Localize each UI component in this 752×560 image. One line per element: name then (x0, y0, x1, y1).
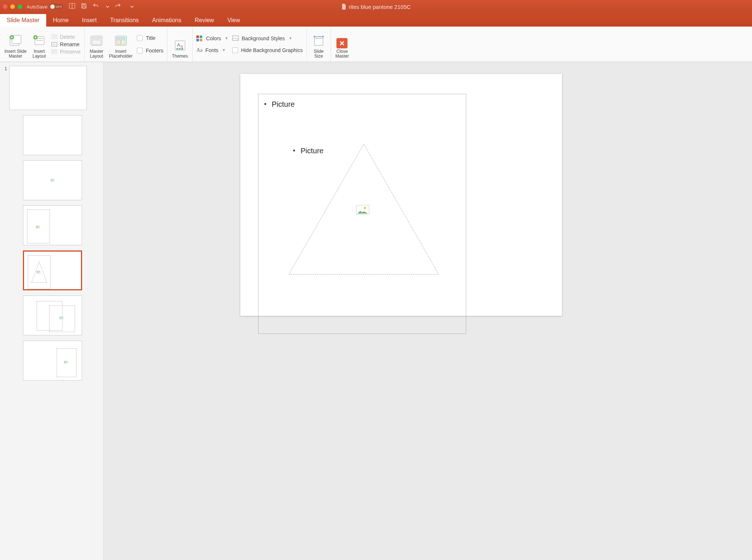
colors-dropdown[interactable]: Colors ▼ (196, 35, 228, 41)
fonts-icon: Aa (196, 47, 202, 53)
svg-rect-20 (116, 40, 121, 44)
tab-view[interactable]: View (221, 14, 247, 27)
svg-rect-3 (83, 6, 86, 8)
document-title-text: rites blue pantone 2105C (349, 4, 411, 10)
qat-customize-icon[interactable] (130, 3, 134, 10)
presentation-file-icon (341, 4, 346, 10)
thumbnail-panel[interactable]: 1 (0, 62, 104, 560)
close-master-button[interactable]: Close Master (335, 28, 350, 60)
redo-icon[interactable] (115, 3, 121, 11)
window-zoom-button[interactable] (18, 4, 22, 9)
window-minimize-button[interactable] (10, 4, 15, 9)
thumbnail-layout-3[interactable] (23, 205, 82, 245)
group-background: Colors ▼ Aa Fonts ▼ Background Styles ▼ … (193, 27, 307, 62)
svg-rect-21 (121, 40, 125, 44)
tab-review[interactable]: Review (188, 14, 220, 27)
undo-icon[interactable] (92, 3, 99, 11)
themes-button[interactable]: Aa Themes (171, 28, 189, 60)
picture-placeholder-outer[interactable]: Picture Picture (258, 94, 466, 334)
rename-button[interactable]: Rename (51, 41, 81, 47)
colors-swatch-icon (196, 35, 203, 41)
background-styles-label: Background Styles (242, 35, 285, 41)
insert-placeholder-button[interactable]: Insert Placeholder (108, 28, 133, 60)
slide-size-button[interactable]: Slide Size (311, 28, 327, 60)
svg-rect-28 (233, 35, 238, 40)
document-title: rites blue pantone 2105C (341, 4, 411, 10)
chevron-down-icon: ▼ (222, 48, 226, 52)
svg-rect-19 (116, 37, 125, 39)
fonts-dropdown[interactable]: Aa Fonts ▼ (196, 47, 228, 53)
tab-home[interactable]: Home (46, 14, 75, 27)
hide-bg-graphics-label: Hide Background Graphics (241, 47, 303, 53)
autosave-toggle[interactable]: AutoSave OFF (27, 4, 64, 10)
slide-canvas[interactable]: Picture Picture (104, 62, 752, 560)
colors-fonts-column: Colors ▼ Aa Fonts ▼ (196, 35, 228, 53)
delete-button[interactable]: Delete (51, 34, 81, 40)
close-master-label: Close Master (335, 49, 349, 59)
svg-rect-17 (92, 40, 101, 44)
tab-insert[interactable]: Insert (75, 14, 104, 27)
group-close: Close Master (331, 27, 353, 62)
svg-rect-16 (92, 37, 101, 39)
footers-checkbox[interactable]: Footers (137, 48, 163, 54)
hide-bg-graphics-checkbox[interactable]: Hide Background Graphics (232, 47, 303, 53)
thumbnail-master[interactable] (9, 66, 87, 110)
bg-styles-column: Background Styles ▼ Hide Background Grap… (232, 35, 303, 53)
preserve-label: Preserve (60, 49, 81, 55)
group-size: Slide Size (307, 27, 331, 62)
tab-slide-master[interactable]: Slide Master (0, 14, 46, 27)
checkbox-icon (232, 47, 238, 53)
svg-rect-2 (83, 4, 85, 5)
master-edit-column: Delete Rename Preserve (51, 34, 81, 55)
ribbon-tabs: Slide Master Home Insert Transitions Ani… (0, 13, 752, 27)
tab-transitions[interactable]: Transitions (104, 14, 146, 27)
thumbnail-layout-5[interactable] (23, 296, 82, 335)
title-bar: AutoSave OFF rites blue pantone 2105C (0, 0, 752, 13)
group-themes: Aa Themes (167, 27, 193, 62)
thumbnail-layout-1[interactable] (23, 115, 82, 155)
toggle-state: OFF (56, 5, 62, 8)
group-edit-master: Insert Slide Master Insert Layout Delete… (0, 27, 85, 62)
thumbnail-layout-2[interactable] (23, 160, 82, 200)
colors-label: Colors (206, 35, 221, 41)
ribbon: Insert Slide Master Insert Layout Delete… (0, 27, 752, 62)
window-controls (3, 4, 22, 9)
svg-rect-29 (314, 38, 323, 45)
svg-text:a: a (180, 44, 183, 48)
outer-placeholder-label: Picture (272, 100, 295, 109)
master-layout-button[interactable]: Master Layout (88, 28, 105, 60)
insert-placeholder-label: Insert Placeholder (109, 49, 132, 59)
svg-point-31 (364, 207, 366, 209)
svg-text:A: A (177, 42, 180, 47)
svg-rect-25 (176, 48, 178, 49)
themes-label: Themes (172, 54, 188, 59)
window-close-button[interactable] (3, 4, 7, 9)
footers-checkbox-label: Footers (146, 48, 163, 54)
slide[interactable]: Picture Picture (240, 74, 562, 316)
chevron-down-icon: ▼ (288, 36, 292, 40)
insert-layout-label: Insert Layout (33, 49, 46, 59)
save-icon[interactable] (81, 3, 87, 11)
title-checkbox[interactable]: Title (137, 35, 163, 41)
picture-placeholder-icon[interactable] (356, 205, 369, 215)
toggle-switch[interactable]: OFF (50, 4, 64, 10)
thumbnail-layout-4[interactable] (23, 250, 82, 290)
title-footers-column: Title Footers (137, 35, 163, 54)
svg-rect-27 (181, 48, 183, 49)
thumbnail-layout-6[interactable] (23, 341, 82, 380)
toggle-knob (50, 4, 55, 9)
title-checkbox-label: Title (146, 35, 155, 41)
background-styles-dropdown[interactable]: Background Styles ▼ (232, 35, 303, 41)
insert-slide-master-label: Insert Slide Master (4, 49, 27, 59)
group-master-layout: Master Layout Insert Placeholder Title F… (85, 27, 167, 62)
fonts-label: Fonts (206, 47, 219, 53)
view-icon[interactable] (69, 3, 75, 11)
insert-slide-master-button[interactable]: Insert Slide Master (4, 28, 27, 60)
insert-layout-button[interactable]: Insert Layout (31, 28, 47, 60)
preserve-button[interactable]: Preserve (51, 49, 81, 55)
chevron-down-icon: ▼ (225, 36, 228, 40)
master-layout-label: Master Layout (90, 49, 104, 59)
undo-dropdown-icon[interactable] (106, 3, 109, 10)
svg-rect-14 (52, 49, 57, 54)
tab-animations[interactable]: Animations (145, 14, 188, 27)
